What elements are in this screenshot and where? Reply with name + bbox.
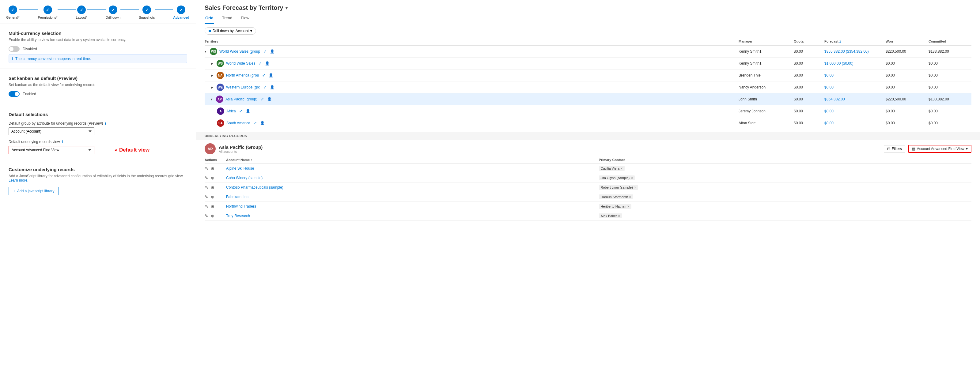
territory-avatar: A — [217, 108, 224, 115]
tab-flow[interactable]: Flow — [240, 14, 250, 24]
more-icon[interactable]: ⊕ — [211, 175, 215, 180]
more-icon[interactable]: ⊕ — [211, 166, 215, 171]
territory-name[interactable]: World Wide Sales (group — [220, 49, 260, 54]
more-icon[interactable]: ⊕ — [211, 213, 215, 218]
view-select-row: Account Advanced Find View ◄ Default vie… — [9, 146, 187, 154]
row-actions: ✎ ⊕ — [205, 185, 226, 190]
multicurrency-section: Multi-currency selection Enable the abil… — [0, 24, 196, 69]
edit-icon[interactable]: ✎ — [205, 213, 208, 218]
won-cell: $0.00 — [886, 121, 929, 125]
territory-link-icon[interactable]: ⤢ — [264, 49, 267, 54]
manager-cell: Kenny Smith1 — [738, 61, 794, 65]
territory-link-icon[interactable]: ⤢ — [239, 109, 242, 113]
account-name[interactable]: Fabrikam, Inc. — [226, 195, 599, 199]
list-item: ✎ ⊕ Trey Research Alex Baker ✕ — [205, 211, 971, 221]
col-manager: Manager — [738, 40, 794, 43]
default-view-select[interactable]: Account Advanced Find View — [9, 146, 94, 154]
quota-cell: $0.00 — [794, 49, 824, 54]
territory-link-icon[interactable]: ⤢ — [261, 97, 264, 101]
contact-tag: Robert Lyon (sample) ✕ — [599, 185, 638, 190]
expand-icon[interactable]: ▾ — [211, 97, 213, 101]
step-layout[interactable]: ✓ Layout* — [76, 5, 87, 19]
territory-name[interactable]: South America — [226, 121, 250, 125]
territory-name[interactable]: Africa — [226, 109, 236, 113]
territory-link-icon[interactable]: ⤢ — [254, 121, 257, 125]
contact-name: Cacilia Viera — [601, 167, 620, 170]
more-icon[interactable]: ⊕ — [211, 194, 215, 199]
edit-icon[interactable]: ✎ — [205, 185, 208, 190]
contact-remove-icon[interactable]: ✕ — [620, 167, 623, 170]
filters-label: Filters — [892, 147, 902, 151]
learn-more-link[interactable]: Learn more. — [9, 178, 29, 183]
kanban-toggle-label: Enabled — [23, 92, 36, 96]
group-by-select[interactable]: Account (Account) — [9, 127, 94, 135]
territory-person-icon[interactable]: 👤 — [270, 49, 275, 54]
edit-icon[interactable]: ✎ — [205, 194, 208, 199]
territory-person-icon[interactable]: 👤 — [267, 97, 272, 101]
step-snapshots[interactable]: ✓ Snapshots — [139, 5, 155, 19]
more-icon[interactable]: ⊕ — [211, 185, 215, 190]
account-name[interactable]: Northwind Traders — [226, 204, 599, 208]
edit-icon[interactable]: ✎ — [205, 204, 208, 209]
step-advanced[interactable]: ✓ Advanced — [173, 5, 189, 19]
quota-cell: $0.00 — [794, 97, 824, 101]
tab-grid[interactable]: Grid — [205, 14, 214, 24]
kanban-section: Set kanban as default (Preview) Set kanb… — [0, 69, 196, 105]
table-row: A Africa ⤢ 👤 Jeremy Johnson $0.00 $0.00 … — [205, 105, 971, 117]
territory-cell: ▶ WE Western Europe (grc ⤢ 👤 — [205, 84, 738, 91]
won-cell: $220,500.00 — [886, 97, 929, 101]
forecast-dropdown-icon[interactable]: ▾ — [285, 5, 288, 10]
forecast-cell: $1,000.00 ($0.00) — [824, 61, 886, 65]
expand-icon[interactable]: ▾ — [205, 49, 207, 54]
expand-icon[interactable]: ▶ — [211, 86, 213, 89]
expand-icon[interactable]: ▶ — [211, 73, 213, 78]
col-committed: Committed — [929, 40, 971, 43]
step-permissions[interactable]: ✓ Permissions* — [38, 5, 57, 19]
row-actions: ✎ ⊕ — [205, 175, 226, 180]
drill-down-button[interactable]: Drill down by: Account ▾ — [205, 27, 256, 35]
more-icon[interactable]: ⊕ — [211, 204, 215, 209]
territory-name[interactable]: World Wide Sales — [226, 61, 255, 65]
view-selector-button[interactable]: ▦ Account Advanced Find View ▾ — [908, 145, 971, 153]
territory-person-icon[interactable]: 👤 — [246, 109, 250, 113]
territory-link-icon[interactable]: ⤢ — [259, 61, 262, 65]
territory-link-icon[interactable]: ⤢ — [262, 73, 265, 78]
manager-cell: John Smith — [738, 97, 794, 101]
contact-remove-icon[interactable]: ✕ — [630, 176, 633, 180]
edit-icon[interactable]: ✎ — [205, 175, 208, 180]
territory-person-icon[interactable]: 👤 — [269, 73, 273, 78]
kanban-toggle[interactable] — [9, 91, 20, 97]
multicurrency-toggle[interactable] — [9, 46, 20, 52]
forecast-cell: $0.00 — [824, 73, 886, 78]
contact-remove-icon[interactable]: ✕ — [627, 205, 630, 208]
expand-icon[interactable]: ▶ — [211, 62, 213, 65]
territory-name[interactable]: Asia Pacific (group) — [226, 97, 257, 101]
row-actions: ✎ ⊕ — [205, 194, 226, 199]
territory-link-icon[interactable]: ⤢ — [264, 85, 267, 89]
account-name[interactable]: Contoso Pharmaceuticals (sample) — [226, 185, 599, 189]
contact-name: Alex Baker — [601, 214, 617, 218]
customize-title: Customize underlying records — [9, 167, 187, 172]
step-drilldown[interactable]: ✓ Drill down — [106, 5, 120, 19]
contact-remove-icon[interactable]: ✕ — [618, 215, 620, 218]
territory-person-icon[interactable]: 👤 — [260, 121, 265, 125]
step-general[interactable]: ✓ General* — [6, 5, 19, 19]
account-name[interactable]: Coho Winery (sample) — [226, 176, 599, 180]
default-view-field-wrapper: Default underlying records view ℹ Accoun… — [9, 140, 187, 154]
contact-remove-icon[interactable]: ✕ — [634, 186, 636, 189]
filters-button[interactable]: ⊟ Filters — [884, 145, 905, 153]
account-name[interactable]: Trey Research — [226, 214, 599, 218]
contact-remove-icon[interactable]: ✕ — [629, 196, 632, 199]
account-name[interactable]: Alpine Ski House — [226, 166, 599, 170]
tab-trend[interactable]: Trend — [221, 14, 233, 24]
add-javascript-button[interactable]: + Add a javascript library — [9, 187, 59, 196]
edit-icon[interactable]: ✎ — [205, 166, 208, 171]
filter-icon: ⊟ — [887, 147, 890, 151]
territory-name[interactable]: North America (grou — [226, 73, 259, 78]
underlying-title-row: AP Asia Pacific (Group) All accounts ⊟ F… — [196, 140, 980, 156]
primary-contact-cell: Alex Baker ✕ — [599, 213, 972, 218]
territory-person-icon[interactable]: 👤 — [270, 85, 275, 89]
territory-name[interactable]: Western Europe (grc — [226, 85, 260, 89]
territory-person-icon[interactable]: 👤 — [265, 61, 270, 65]
drill-chevron-icon: ▾ — [250, 29, 252, 33]
